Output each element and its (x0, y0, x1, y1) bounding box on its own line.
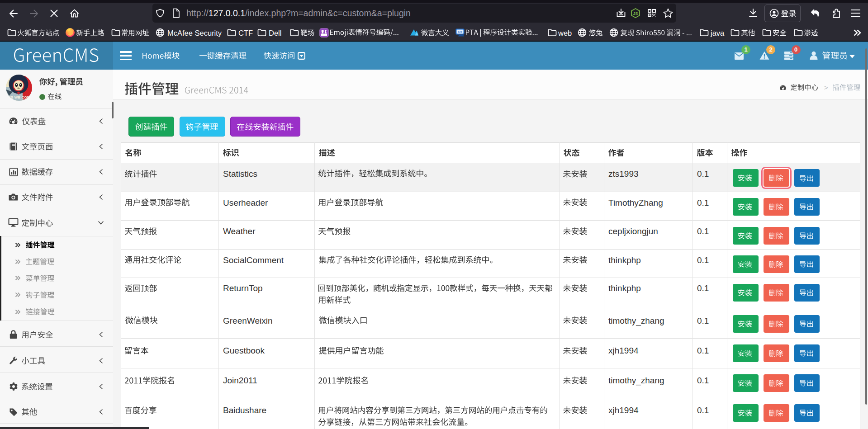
svg-text:JS: JS (633, 11, 638, 16)
svg-text:YES WE CODE: YES WE CODE (6, 95, 33, 99)
svg-text:</>: </> (458, 30, 463, 34)
